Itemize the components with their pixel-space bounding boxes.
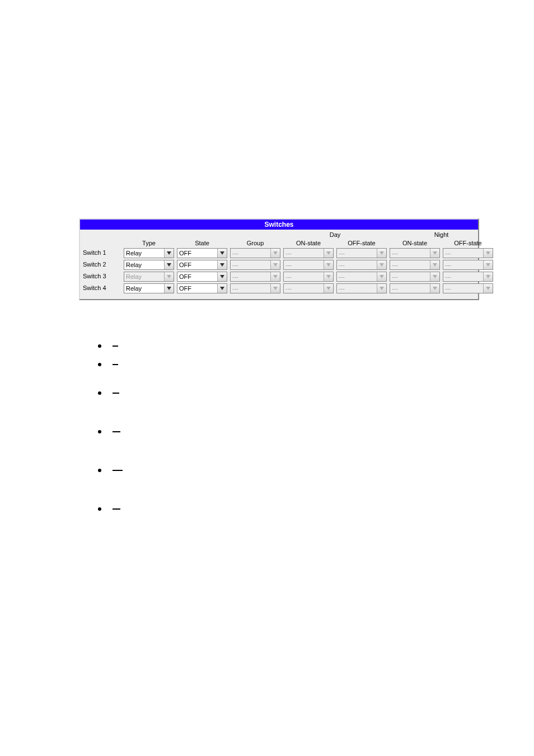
state-select-2-value: OFF [179, 273, 191, 280]
day-on-select-2: --- [283, 272, 334, 282]
dash-icon [113, 431, 120, 432]
day-on-select-0: --- [283, 248, 334, 258]
night-off-select-2-value: --- [445, 273, 451, 280]
header-night-on: ON-state [390, 240, 440, 246]
group-select-3-value: --- [232, 285, 238, 292]
day-off-select-2: --- [336, 272, 387, 282]
dropdown-arrow-icon[interactable] [217, 249, 227, 258]
dash-icon [113, 470, 123, 471]
header-night: Night [390, 231, 493, 238]
type-select-2-value: Relay [126, 273, 142, 280]
bullet-icon [98, 469, 101, 472]
dropdown-arrow-icon [377, 260, 386, 269]
bullet-icon [98, 391, 101, 395]
header-night-off: OFF-state [443, 240, 493, 246]
dropdown-arrow-icon[interactable] [217, 284, 227, 293]
dropdown-arrow-icon [324, 260, 333, 269]
day-off-select-0-value: --- [339, 250, 345, 256]
dropdown-arrow-icon [430, 284, 439, 293]
row-label: Switch 4 [83, 283, 121, 293]
day-off-select-0: --- [336, 248, 387, 258]
night-on-select-0: --- [390, 248, 440, 258]
list-item [98, 466, 456, 496]
dash-icon [113, 364, 118, 365]
dropdown-arrow-icon [483, 249, 493, 258]
dropdown-arrow-icon [483, 260, 493, 269]
state-select-1-value: OFF [179, 262, 191, 268]
state-select-3-value: OFF [179, 285, 191, 292]
bullet-icon [98, 430, 101, 433]
header-day-on: ON-state [283, 240, 334, 246]
dropdown-arrow-icon[interactable] [217, 260, 227, 269]
dropdown-arrow-icon [430, 272, 439, 281]
day-off-select-1-value: --- [339, 262, 345, 268]
day-on-select-2-value: --- [285, 273, 292, 280]
dropdown-arrow-icon [377, 272, 386, 281]
dropdown-arrow-icon [430, 249, 439, 258]
header-day: Day [283, 231, 387, 238]
row-label: Switch 3 [83, 272, 121, 282]
switches-grid: Day Night Type State Group ON-state OFF-… [80, 230, 478, 299]
list-item [98, 427, 456, 458]
night-off-select-1: --- [443, 260, 493, 270]
group-select-2: --- [230, 272, 280, 282]
type-select-3-value: Relay [126, 285, 142, 292]
night-off-select-1-value: --- [445, 262, 451, 268]
bullet-icon [98, 344, 101, 348]
night-on-select-1-value: --- [392, 262, 398, 268]
bullet-list [98, 342, 456, 543]
dropdown-arrow-icon[interactable] [164, 260, 174, 269]
dropdown-arrow-icon [270, 284, 280, 293]
state-select-0[interactable]: OFF [177, 248, 227, 258]
day-on-select-1: --- [283, 260, 334, 270]
group-select-0: --- [230, 248, 280, 258]
night-off-select-3-value: --- [445, 285, 451, 292]
dropdown-arrow-icon [164, 272, 174, 281]
state-select-2[interactable]: OFF [177, 272, 227, 282]
dropdown-arrow-icon[interactable] [164, 284, 174, 293]
state-select-0-value: OFF [179, 250, 191, 256]
day-on-select-3-value: --- [285, 285, 292, 292]
night-off-select-3: --- [443, 283, 493, 293]
header-type: Type [124, 240, 174, 246]
dropdown-arrow-icon[interactable] [217, 272, 227, 281]
type-select-1-value: Relay [126, 262, 142, 268]
type-select-0[interactable]: Relay [124, 248, 174, 258]
night-on-select-3-value: --- [392, 285, 398, 292]
day-on-select-1-value: --- [285, 262, 292, 268]
night-off-select-2: --- [443, 272, 493, 282]
dropdown-arrow-icon [270, 249, 280, 258]
group-select-3: --- [230, 283, 280, 293]
group-select-1: --- [230, 260, 280, 270]
night-on-select-3: --- [390, 283, 440, 293]
state-select-1[interactable]: OFF [177, 260, 227, 270]
list-item [98, 360, 456, 380]
night-on-select-1: --- [390, 260, 440, 270]
type-select-3[interactable]: Relay [124, 283, 174, 293]
night-on-select-2-value: --- [392, 273, 398, 280]
night-off-select-0: --- [443, 248, 493, 258]
night-off-select-0-value: --- [445, 250, 451, 256]
state-select-3[interactable]: OFF [177, 283, 227, 293]
bullet-icon [98, 363, 101, 366]
list-item [98, 342, 456, 352]
group-select-1-value: --- [232, 262, 238, 268]
list-item [98, 389, 456, 419]
type-select-1[interactable]: Relay [124, 260, 174, 270]
header-day-off: OFF-state [336, 240, 387, 246]
day-off-select-3-value: --- [339, 285, 345, 292]
list-item [98, 505, 456, 535]
group-select-0-value: --- [232, 250, 238, 256]
dropdown-arrow-icon [324, 272, 333, 281]
day-off-select-1: --- [336, 260, 387, 270]
bullet-icon [98, 507, 101, 511]
dropdown-arrow-icon [377, 249, 386, 258]
day-off-select-2-value: --- [339, 273, 345, 280]
row-label: Switch 2 [83, 260, 121, 270]
dropdown-arrow-icon[interactable] [164, 249, 174, 258]
night-on-select-0-value: --- [392, 250, 398, 256]
dash-icon [113, 508, 120, 510]
dropdown-arrow-icon [430, 260, 439, 269]
night-on-select-2: --- [390, 272, 440, 282]
dropdown-arrow-icon [377, 284, 386, 293]
